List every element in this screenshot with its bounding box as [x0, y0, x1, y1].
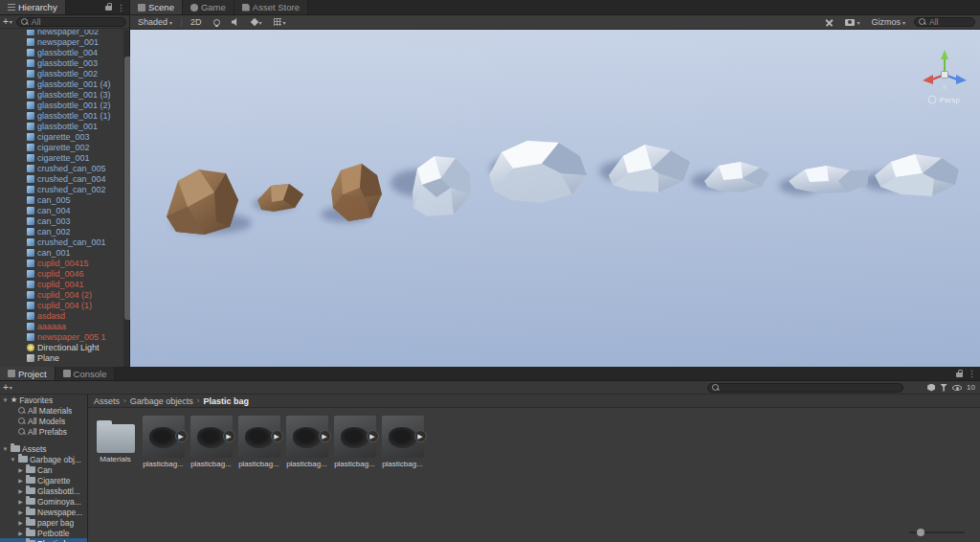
hierarchy-item[interactable]: glassbottle_004: [0, 47, 123, 57]
project-tree-item[interactable]: ▶Cigarette: [0, 475, 87, 486]
prefab-expand-arrow-icon[interactable]: ▶: [223, 430, 235, 442]
hierarchy-scrollbar[interactable]: [123, 30, 129, 367]
breadcrumb-item[interactable]: Garbage objects: [130, 396, 193, 406]
foldout-arrow-icon[interactable]: ▶: [17, 519, 24, 526]
hierarchy-item[interactable]: can_003: [0, 215, 123, 226]
asset-prefab-tile[interactable]: ▶plasticbag...: [332, 416, 377, 468]
project-tree-item[interactable]: ▼Assets: [0, 443, 87, 454]
shading-mode-dropdown[interactable]: Shaded ▾: [135, 16, 175, 28]
grid-visibility-dropdown[interactable]: ▾: [271, 17, 289, 27]
panel-menu-icon[interactable]: ⋮: [117, 3, 125, 12]
hierarchy-item[interactable]: cigarette_003: [0, 131, 123, 142]
hidden-packages-icon[interactable]: [952, 385, 962, 391]
tab-scene[interactable]: Scene: [130, 0, 183, 14]
project-tree-item[interactable]: ▼★Favorites: [0, 395, 87, 405]
tab-hierarchy[interactable]: Hierarchy: [0, 0, 66, 14]
asset-folder-tile[interactable]: Materials: [93, 416, 138, 468]
hierarchy-item[interactable]: cuplid_0041: [0, 279, 123, 289]
asset-prefab-tile[interactable]: ▶plasticbag...: [284, 416, 329, 468]
hierarchy-item[interactable]: glassbottle_001: [0, 121, 123, 131]
scene-camera-dropdown[interactable]: ▾: [842, 18, 862, 27]
hierarchy-item[interactable]: cigarette_002: [0, 142, 123, 152]
breadcrumb-item[interactable]: Assets: [94, 396, 120, 406]
asset-prefab-tile[interactable]: ▶plasticbag...: [380, 416, 425, 468]
scene-3d-render[interactable]: Persp: [130, 30, 980, 367]
scene-audio-toggle[interactable]: [229, 17, 243, 28]
create-asset-button[interactable]: + ▾: [3, 383, 12, 393]
hierarchy-item[interactable]: can_001: [0, 247, 123, 258]
project-tree-item[interactable]: ▶Gominoya...: [0, 496, 87, 507]
project-tree-item[interactable]: ▶Can: [0, 464, 87, 475]
hierarchy-search-input[interactable]: All: [16, 17, 126, 27]
hierarchy-item[interactable]: cuplid_00415: [0, 258, 123, 268]
asset-prefab-tile[interactable]: ▶plasticbag...: [141, 416, 186, 468]
2d-toggle-button[interactable]: 2D: [188, 16, 205, 28]
project-tree-item[interactable]: All Models: [0, 416, 87, 426]
hierarchy-item[interactable]: glassbottle_001 (1): [0, 110, 123, 121]
project-tree-item[interactable]: ▶Plastic ba...: [0, 538, 87, 542]
hierarchy-item[interactable]: Plane: [0, 352, 123, 363]
effects-dropdown[interactable]: ▾: [249, 18, 265, 27]
prefab-expand-arrow-icon[interactable]: ▶: [319, 430, 331, 442]
scene-search-input[interactable]: All: [914, 17, 975, 27]
search-by-label-icon[interactable]: [940, 384, 947, 392]
project-tree-item[interactable]: All Prefabs: [0, 426, 87, 437]
project-tree-item[interactable]: ▼Garbage obj...: [0, 454, 87, 464]
tool-settings-button[interactable]: [822, 17, 836, 28]
hierarchy-item[interactable]: newspaper_002: [0, 30, 123, 36]
scene-object-plastic-bag-4[interactable]: [704, 162, 769, 192]
hierarchy-item[interactable]: newspaper_001: [0, 36, 123, 47]
foldout-arrow-icon[interactable]: ▶: [17, 487, 24, 494]
hierarchy-item[interactable]: glassbottle_001 (3): [0, 89, 123, 100]
scene-object-paper-bag-3[interactable]: [331, 164, 382, 221]
hierarchy-item[interactable]: glassbottle_001 (4): [0, 79, 123, 89]
hierarchy-item[interactable]: crushed_can_004: [0, 173, 123, 184]
foldout-arrow-icon[interactable]: ▼: [10, 457, 16, 463]
project-files-area[interactable]: Materials▶plasticbag...▶plasticbag...▶pl…: [88, 408, 980, 542]
prefab-expand-arrow-icon[interactable]: ▶: [175, 430, 188, 442]
scene-object-plastic-bag-2[interactable]: [489, 141, 587, 203]
project-tree-item[interactable]: ▶Newspape...: [0, 507, 87, 517]
search-by-type-icon[interactable]: [927, 384, 935, 392]
hierarchy-item[interactable]: glassbottle_002: [0, 68, 123, 79]
tab-asset-store[interactable]: Asset Store: [234, 0, 308, 14]
scene-object-paper-bag-1[interactable]: [167, 169, 238, 235]
project-search-input[interactable]: [707, 383, 903, 393]
prefab-expand-arrow-icon[interactable]: ▶: [414, 430, 427, 442]
hierarchy-item[interactable]: cuplid_004 (2): [0, 289, 123, 300]
hierarchy-item[interactable]: can_004: [0, 205, 123, 215]
hierarchy-item[interactable]: cigarette_001: [0, 152, 123, 163]
hierarchy-item[interactable]: aaaaaa: [0, 321, 123, 331]
scene-orientation-gizmo[interactable]: Persp: [923, 50, 967, 104]
scene-object-plastic-bag-5[interactable]: [789, 166, 869, 193]
scene-object-plastic-bag-3[interactable]: [609, 145, 690, 192]
hierarchy-item[interactable]: Directional Light: [0, 342, 123, 352]
slider-knob[interactable]: [917, 529, 924, 536]
hierarchy-item[interactable]: crushed_can_002: [0, 184, 123, 194]
hierarchy-item[interactable]: cuplid_004 (1): [0, 300, 123, 310]
hierarchy-item[interactable]: glassbottle_003: [0, 57, 123, 68]
project-tree-item[interactable]: ▶Petbottle: [0, 528, 87, 538]
gizmos-dropdown[interactable]: Gizmos ▾: [868, 16, 908, 28]
scene-viewport[interactable]: Persp: [130, 30, 980, 367]
hierarchy-item[interactable]: cuplid_0046: [0, 268, 123, 279]
lock-icon[interactable]: [956, 373, 963, 377]
foldout-arrow-icon[interactable]: ▼: [2, 397, 9, 403]
foldout-arrow-icon[interactable]: ▶: [17, 498, 24, 505]
tab-game[interactable]: Game: [183, 0, 234, 14]
scene-object-plastic-bag-1[interactable]: [412, 156, 471, 216]
project-tree-item[interactable]: ▶paper bag: [0, 517, 87, 528]
project-tree-item[interactable]: All Materials: [0, 405, 87, 416]
hierarchy-item[interactable]: can_002: [0, 226, 123, 237]
prefab-expand-arrow-icon[interactable]: ▶: [367, 430, 379, 442]
scene-lighting-toggle[interactable]: [211, 18, 223, 27]
create-object-button[interactable]: + ▾: [3, 17, 12, 27]
lock-icon[interactable]: [105, 6, 112, 11]
hierarchy-item[interactable]: can_005: [0, 194, 123, 205]
scene-object-paper-bag-2[interactable]: [257, 184, 303, 212]
tab-console[interactable]: Console: [56, 367, 116, 380]
breadcrumb-item[interactable]: Plastic bag: [203, 396, 249, 406]
thumbnail-size-slider[interactable]: [909, 529, 965, 536]
foldout-arrow-icon[interactable]: ▶: [17, 508, 24, 515]
hierarchy-item[interactable]: glassbottle_001 (2): [0, 100, 123, 110]
